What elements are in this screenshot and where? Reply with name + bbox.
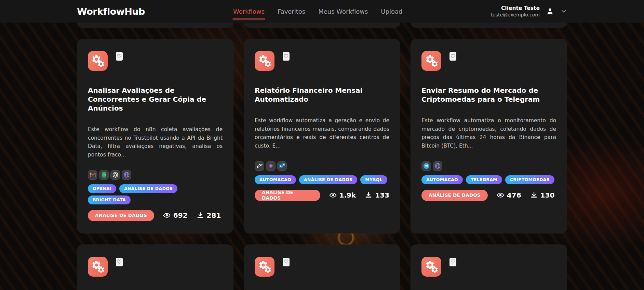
download-icon xyxy=(197,212,204,219)
workflow-tile xyxy=(421,51,441,71)
nav-item-workflows[interactable]: Workflows xyxy=(233,8,265,15)
card-top: ♡ xyxy=(255,51,389,71)
downloads-stat: 130 xyxy=(530,191,555,199)
card-title: Analisar Avaliações de Concorrentes e Ge… xyxy=(88,86,223,113)
workflow-card-partial[interactable]: ♡ Análise de Reviews e... xyxy=(77,244,233,290)
tag-pill[interactable]: OPENAI xyxy=(88,184,116,193)
gear-icon xyxy=(264,60,272,68)
gmail-icon xyxy=(89,171,96,178)
user-icon[interactable] xyxy=(546,7,554,15)
tags-row: AUTOMACAOANÁLISE DE DADOSMYSQL xyxy=(255,175,387,184)
workflow-tile xyxy=(255,257,274,277)
app-icon-chip xyxy=(421,161,431,171)
google-sheets-icon xyxy=(100,171,108,178)
views-count: 692 xyxy=(173,211,188,219)
app-icon-chip xyxy=(88,170,97,180)
category-badge[interactable]: ANÁLISE DE DADOS xyxy=(255,190,320,201)
card-footer: ANÁLISE DE DADOS 1.9k 133 xyxy=(255,190,389,201)
views-count: 1.9k xyxy=(339,191,356,199)
tag-pill[interactable]: ANÁLISE DE DADOS xyxy=(119,184,177,193)
gear-icon xyxy=(97,60,105,68)
heart-icon: ♡ xyxy=(451,54,455,59)
favorite-button[interactable]: ♡ xyxy=(116,52,123,61)
favorite-button[interactable]: ♡ xyxy=(450,258,456,266)
tag-pill[interactable]: CRIPTOMOEDAS xyxy=(505,175,554,184)
workflow-tile xyxy=(88,51,108,71)
card-bottom-sliver xyxy=(77,23,233,28)
workflow-card-partial[interactable]: ♡ Comparar Preços de Dados... xyxy=(411,244,567,290)
card-title: Enviar Resumo do Mercado de Criptomoedas… xyxy=(421,86,556,104)
app-icon-chip xyxy=(122,170,131,180)
gear-icon xyxy=(431,60,439,68)
workflow-card-partial[interactable]: ♡ Criar Servidor MCP... xyxy=(244,244,400,290)
heart-icon: ♡ xyxy=(451,259,455,265)
card-description: Este workflow do n8n coleta avaliações d… xyxy=(88,125,223,159)
nav-item-favoritos[interactable]: Favoritos xyxy=(278,8,305,15)
main-nav: WorkflowsFavoritosMeus WorkflowsUpload xyxy=(233,8,403,15)
workflow-card[interactable]: ♡ Enviar Resumo do Mercado de Criptomoed… xyxy=(411,39,567,234)
workflow-tile xyxy=(255,51,274,71)
favorite-button[interactable]: ♡ xyxy=(450,52,456,61)
gear-icon xyxy=(431,266,439,274)
eye-icon xyxy=(497,191,504,199)
app-icon-chip xyxy=(255,161,264,171)
card-top: ♡ xyxy=(255,257,389,277)
telegram-icon xyxy=(423,162,430,169)
nav-item-upload[interactable]: Upload xyxy=(381,8,402,15)
tag-pill[interactable]: AUTOMACAO xyxy=(255,175,296,184)
header: WorkflowHub WorkflowsFavoritosMeus Workf… xyxy=(0,0,644,23)
card-footer: ANÁLISE DE DADOS 476 130 xyxy=(421,190,554,201)
app-icons-row xyxy=(421,161,442,171)
downloads-stat: 281 xyxy=(197,211,221,219)
card-top: ♡ xyxy=(88,257,223,277)
gear-icon xyxy=(264,266,272,274)
tag-pill[interactable]: TELEGRAM xyxy=(466,175,502,184)
downloads-count: 130 xyxy=(540,191,555,199)
tag-pill[interactable]: MYSQL xyxy=(360,175,387,184)
card-bottom-sliver xyxy=(411,23,567,28)
user-info: Cliente Teste teste@exemplo.com xyxy=(491,5,540,18)
favorite-button[interactable]: ♡ xyxy=(116,258,123,266)
workflow-list: ♡ Analisar Avaliações de Concorrentes e … xyxy=(77,23,567,290)
app-icon-chip xyxy=(433,161,442,171)
previous-row-card-bottoms xyxy=(77,23,567,28)
user-menu[interactable]: Cliente Teste teste@exemplo.com xyxy=(491,5,567,18)
workflow-tile xyxy=(421,257,441,277)
favorite-button[interactable]: ♡ xyxy=(283,258,290,266)
app-icon-chip xyxy=(110,170,120,180)
user-email: teste@exemplo.com xyxy=(491,12,540,18)
card-top: ♡ xyxy=(421,51,556,71)
card-top: ♡ xyxy=(421,257,556,277)
favorite-button[interactable]: ♡ xyxy=(283,52,290,61)
category-badge[interactable]: ANÁLISE DE DADOS xyxy=(421,190,488,201)
globe-icon xyxy=(123,171,130,178)
app-icon-chip xyxy=(99,170,109,180)
tags-row: OPENAIANÁLISE DE DADOSBRIGHT DATA xyxy=(88,184,223,204)
page: WorkflowHub WorkflowsFavoritosMeus Workf… xyxy=(0,0,644,290)
views-stat: 692 xyxy=(163,211,188,219)
tag-pill[interactable]: AUTOMACAO xyxy=(421,175,463,184)
tag-pill[interactable]: ANÁLISE DE DADOS xyxy=(299,175,357,184)
category-badge[interactable]: ANÁLISE DE DADOS xyxy=(88,210,154,221)
workflow-card[interactable]: ♡ Analisar Avaliações de Concorrentes e … xyxy=(77,39,233,234)
views-count: 476 xyxy=(507,191,521,199)
chevron-down-icon[interactable] xyxy=(560,8,567,15)
mysql-icon xyxy=(256,162,263,169)
workflow-tile xyxy=(88,257,108,277)
workflow-card[interactable]: ♡ Relatório Financeiro Mensal Automatiza… xyxy=(244,39,400,234)
app-icon-chip xyxy=(266,161,276,171)
app-icons-row xyxy=(255,161,287,171)
card-top: ♡ xyxy=(88,51,223,71)
app-icon-chip xyxy=(277,161,287,171)
downloads-count: 281 xyxy=(207,211,221,219)
downloads-count: 133 xyxy=(375,191,389,199)
card-title: Relatório Financeiro Mensal Automatizado xyxy=(255,86,389,104)
tag-pill[interactable]: BRIGHT DATA xyxy=(88,196,131,204)
card-bottom-sliver xyxy=(244,23,400,28)
card-description: Este workflow automatiza a geração e env… xyxy=(255,116,389,150)
eye-icon xyxy=(329,191,337,199)
gear-icon xyxy=(97,266,105,274)
nav-item-meus-workflows[interactable]: Meus Workflows xyxy=(318,8,368,15)
views-stat: 1.9k xyxy=(329,191,356,199)
download-icon xyxy=(365,191,372,199)
